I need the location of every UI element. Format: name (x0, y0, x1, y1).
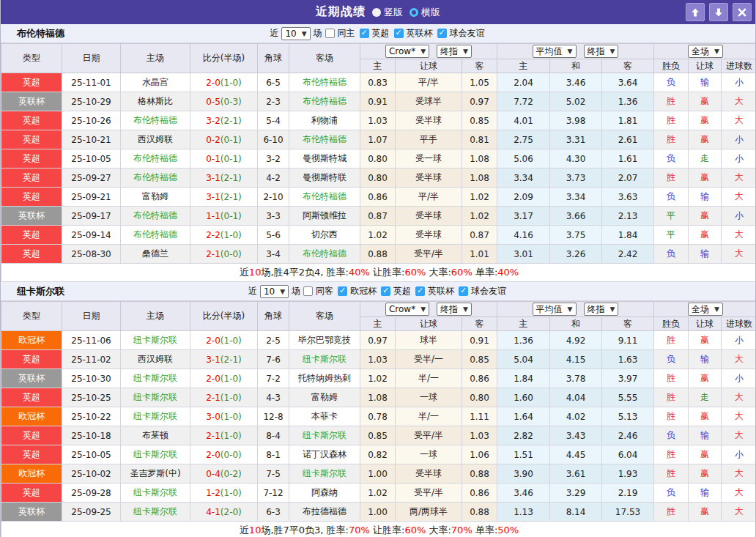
close-icon (738, 8, 746, 17)
home-team: 桑德兰 (121, 245, 190, 264)
avg-home-odds: 4.16 (497, 226, 550, 245)
league-checkbox[interactable] (338, 286, 347, 296)
scroll-down-button[interactable] (709, 3, 728, 21)
match-date: 25-10-25 (62, 388, 121, 407)
league-checkbox[interactable] (437, 29, 447, 38)
league-checkbox[interactable] (459, 286, 468, 296)
final-odds-select[interactable]: 终指▼ (437, 45, 472, 58)
table-row: 英超25-10-05布伦特福德0-1(0-1)3-2曼彻斯特城0.80受一球1.… (1, 149, 756, 168)
table-row: 英超25-08-30桑德兰2-1(0-0)3-4布伦特福德0.88受平/半1.0… (1, 245, 756, 264)
average-select[interactable]: 平均值▼ (533, 45, 577, 58)
full-time-score: 4-1 (206, 507, 220, 517)
home-team: 纽卡斯尔联 (121, 407, 190, 426)
average-select[interactable]: 平均值▼ (533, 303, 577, 316)
half-time-score: (2-1) (220, 173, 242, 183)
result-goals: 小 (722, 73, 756, 92)
summary-segment: 40% (497, 267, 519, 278)
result-outcome: 负 (654, 188, 689, 207)
corner-score: 3-4 (258, 245, 289, 264)
result-outcome: 负 (654, 149, 689, 168)
corner-score: 3-3 (258, 207, 289, 226)
sub-col-avg-away: 客 (602, 317, 654, 331)
league-checkbox[interactable] (394, 29, 404, 38)
match-date: 25-09-28 (62, 484, 121, 503)
titlebar: 近期战绩 竖版 横版 (1, 0, 755, 24)
near-count-select[interactable]: 10▼ (260, 285, 289, 298)
final-odds-select-2[interactable]: 终指▼ (584, 45, 619, 58)
avg-home-odds: 2.09 (497, 188, 550, 207)
corner-score: 7-12 (258, 484, 289, 503)
table-row: 欧冠杯25-11-06纽卡斯尔联2-0(1-0)2-5毕尔巴鄂竞技0.97球半0… (1, 331, 756, 350)
full-match-select[interactable]: 全场▼ (688, 303, 723, 316)
league-label: 欧冠杯 (350, 285, 377, 297)
home-team: 纽卡斯尔联 (121, 388, 190, 407)
league-label: 球会友谊 (450, 27, 485, 40)
result-outcome: 负 (654, 73, 689, 92)
same-venue-checkbox[interactable] (325, 29, 335, 38)
section-bar: 布伦特福德 近10▼场同主英超英联杯球会友谊 (1, 24, 755, 43)
match-date: 25-09-17 (62, 207, 121, 226)
summary-segment: 单率: (472, 267, 498, 278)
avg-draw-odds: 3.31 (550, 130, 602, 149)
final-odds-select-2[interactable]: 终指▼ (584, 303, 619, 316)
avg-draw-odds: 4.04 (550, 388, 602, 407)
table-row: 英超25-10-25纽卡斯尔联2-1(1-0)4-3富勒姆1.08一球0.801… (1, 388, 756, 407)
home-odds: 0.91 (360, 92, 396, 111)
same-venue-checkbox[interactable] (303, 286, 313, 296)
league-checkbox[interactable] (415, 286, 425, 296)
crow-company-select[interactable]: Crow*▼ (385, 45, 429, 58)
corner-score: 2-3 (258, 92, 289, 111)
full-time-score: 2-0 (206, 374, 220, 384)
result-handicap: 赢 (689, 369, 722, 388)
result-outcome: 胜 (654, 407, 689, 426)
close-button[interactable] (733, 3, 752, 21)
league-badge: 欧冠杯 (1, 331, 62, 350)
handicap-line: 平/半 (396, 73, 462, 92)
league-label: 英联杯 (407, 27, 433, 40)
sub-col-home-odds: 主 (360, 317, 396, 331)
crow-company-select[interactable]: Crow*▼ (385, 303, 429, 316)
away-team: 切尔西 (289, 226, 360, 245)
league-badge: 英联杯 (1, 369, 62, 388)
near-count-select[interactable]: 10▼ (281, 27, 310, 40)
avg-home-odds: 1.13 (497, 503, 550, 522)
home-team: 纽卡斯尔联 (121, 503, 190, 522)
table-row: 欧冠杯25-10-02圣吉罗斯(中)0-4(0-2)7-5纽卡斯尔联1.00受半… (1, 464, 756, 484)
match-score: 2-0(1-0) (190, 331, 258, 350)
away-team: 阿斯顿维拉 (289, 207, 360, 226)
half-time-score: (0-1) (220, 211, 242, 221)
league-checkbox[interactable] (381, 286, 390, 296)
league-badge: 欧冠杯 (1, 407, 62, 426)
avg-home-odds: 1.64 (497, 407, 550, 426)
away-team: 曼彻斯特城 (289, 149, 360, 168)
match-date: 25-10-29 (62, 92, 121, 111)
home-odds: 0.82 (360, 445, 396, 464)
horizontal-layout-radio[interactable]: 横版 (410, 6, 440, 19)
avg-away-odds: 2.07 (602, 168, 654, 188)
handicap-line: 受平/半 (396, 484, 462, 503)
full-time-score: 2-1 (206, 431, 220, 441)
handicap-line: 两/两球半 (396, 503, 462, 522)
home-team: 富勒姆 (121, 188, 190, 207)
away-odds: 0.80 (462, 388, 497, 407)
avg-away-odds: 2.42 (602, 245, 654, 264)
col-header-type: 类型 (1, 44, 62, 73)
result-handicap: 走 (689, 149, 722, 168)
final-odds-select[interactable]: 终指▼ (437, 303, 472, 316)
result-goals: 大 (722, 350, 756, 369)
corner-score: 8-1 (258, 445, 289, 464)
avg-away-odds: 2.19 (602, 484, 654, 503)
vertical-layout-radio[interactable]: 竖版 (372, 6, 403, 19)
team-name: 纽卡斯尔联 (17, 285, 64, 298)
match-date: 25-09-21 (62, 188, 121, 207)
scroll-up-button[interactable] (686, 3, 705, 21)
avg-draw-odds: 3.98 (550, 111, 602, 130)
col-header-corner: 角球 (258, 302, 289, 331)
full-match-select[interactable]: 全场▼ (688, 45, 723, 58)
avg-home-odds: 2.04 (497, 73, 550, 92)
result-handicap: 输 (689, 245, 722, 264)
summary-segment: 近 (240, 267, 249, 278)
avg-draw-odds: 3.26 (550, 245, 602, 264)
league-checkbox[interactable] (360, 29, 369, 38)
team-name: 布伦特福德 (17, 27, 64, 40)
